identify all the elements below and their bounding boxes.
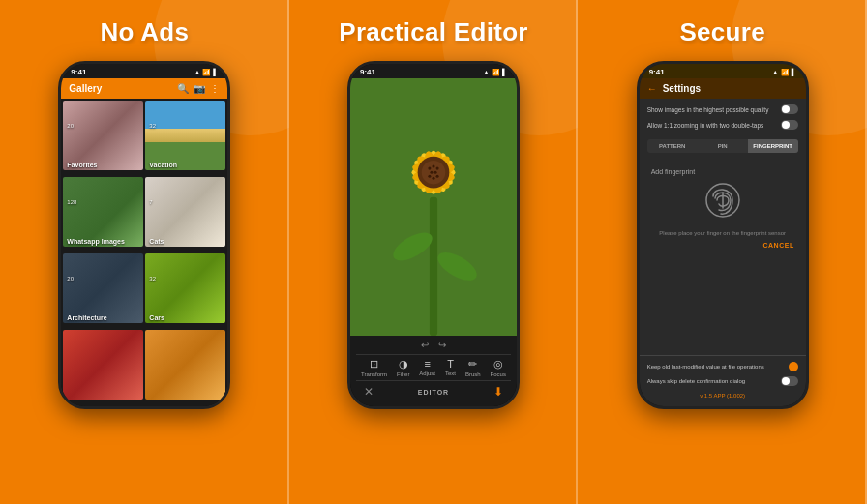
adjust-label: Adjust <box>419 371 435 376</box>
settings-quality-toggle[interactable] <box>781 104 798 114</box>
panel-title-no-ads: No Ads <box>100 17 189 47</box>
camera-icon[interactable]: 📷 <box>194 83 205 94</box>
auth-tab-pattern[interactable]: PATTERN <box>647 139 698 153</box>
settings-row-quality: Show images in the highest possible qual… <box>647 104 798 114</box>
settings-modified-text: Keep old last-modified value at file ope… <box>647 364 789 370</box>
sunflower-image <box>350 78 517 336</box>
editor-tool-filter[interactable]: ◑ Filter <box>397 358 409 377</box>
gallery-item-label-vacation: Vacation <box>149 162 177 168</box>
svg-point-23 <box>428 175 431 178</box>
phone-editor: 9:41 ▲ 📶 ▌ <box>347 61 520 409</box>
battery-icon: ▌ <box>213 69 218 75</box>
wifi-icon-editor: ▲ <box>483 69 490 75</box>
filter-label: Filter <box>397 371 409 377</box>
gallery-grid: Favorites 20 Vacation 32 Whatsapp Images… <box>61 99 227 406</box>
save-editor-icon[interactable]: ⬇ <box>493 385 503 399</box>
status-icons-settings: ▲ 📶 ▌ <box>772 69 796 76</box>
editor-tool-focus[interactable]: ◎ Focus <box>491 358 506 377</box>
status-bar-settings: 9:41 ▲ 📶 ▌ <box>640 64 806 78</box>
gallery-item-art1[interactable] <box>63 330 143 400</box>
gallery-item-count-cats: 7 <box>149 199 152 205</box>
editor-image-area <box>350 78 517 336</box>
focus-icon: ◎ <box>493 358 503 371</box>
svg-point-25 <box>436 175 439 178</box>
gallery-action-icons: 🔍 📷 ⋮ <box>177 83 220 94</box>
settings-bottom-row-delete: Always skip delete confirmation dialog <box>647 376 798 386</box>
status-time-editor: 9:41 <box>360 68 375 76</box>
editor-tool-brush[interactable]: ✏ Brush <box>465 358 481 377</box>
transform-label: Transform <box>361 371 387 377</box>
editor-screen: 9:41 ▲ 📶 ▌ <box>350 64 517 406</box>
gallery-item-architecture[interactable]: Architecture 20 <box>63 253 143 323</box>
menu-icon[interactable]: ⋮ <box>210 83 220 94</box>
transform-icon: ⊡ <box>370 358 378 371</box>
settings-back-icon[interactable]: ← <box>647 83 657 94</box>
settings-screen: 9:41 ▲ 📶 ▌ ← Settings Show images in the… <box>640 64 806 406</box>
search-icon[interactable]: 🔍 <box>177 83 189 94</box>
settings-app-title: Settings <box>663 83 701 94</box>
cancel-button[interactable]: CANCEL <box>763 242 794 249</box>
gallery-item-count-whatsapp: 128 <box>67 199 76 205</box>
no-ads-panel: No Ads 9:41 ▲ 📶 ▌ Gallery 🔍 📷 ⋮ <box>0 0 289 504</box>
svg-point-18 <box>428 167 431 170</box>
editor-bottom-label: EDITOR <box>418 389 449 396</box>
gallery-item-label-architecture: Architecture <box>67 314 106 321</box>
battery-icon-settings: ▌ <box>792 69 796 75</box>
secure-panel: Secure 9:41 ▲ 📶 ▌ ← Settings Show images… <box>578 0 867 504</box>
settings-quality-text: Show images in the highest possible qual… <box>647 106 781 113</box>
editor-tool-adjust[interactable]: ≡ Adjust <box>419 358 435 377</box>
svg-point-19 <box>432 165 434 168</box>
settings-content: Show images in the highest possible qual… <box>640 99 806 353</box>
gallery-item-count-favorites: 20 <box>67 123 74 129</box>
editor-panel: Practical Editor 9:41 ▲ 📶 ▌ <box>289 0 579 504</box>
svg-point-17 <box>422 161 446 185</box>
gallery-item-cars[interactable]: Cars 32 <box>145 253 225 323</box>
editor-tool-text[interactable]: T Text <box>445 358 456 377</box>
gallery-item-label-cars: Cars <box>149 314 164 321</box>
redo-icon[interactable]: ↪ <box>438 340 446 350</box>
brush-icon: ✏ <box>468 358 477 371</box>
gallery-item-cats[interactable]: Cats 7 <box>145 177 225 247</box>
status-icons-editor: ▲ 📶 ▌ <box>483 69 507 76</box>
status-bar-editor: 9:41 ▲ 📶 ▌ <box>350 64 517 78</box>
gallery-item-whatsapp[interactable]: Whatsapp Images 128 <box>63 177 143 247</box>
text-icon: T <box>447 358 454 370</box>
gallery-item-count-cars: 32 <box>149 276 156 282</box>
adjust-icon: ≡ <box>424 358 430 370</box>
signal-icon-editor: 📶 <box>492 69 500 76</box>
settings-zoom-text: Allow 1:1 zooming in with two double-tap… <box>647 122 781 129</box>
gallery-item-label-favorites: Favorites <box>67 162 97 168</box>
focus-label: Focus <box>491 371 506 377</box>
version-text: v 1.5 APP (1.002) <box>647 391 798 400</box>
gallery-item-favorites[interactable]: Favorites 20 <box>63 101 143 170</box>
status-time-gallery: 9:41 <box>71 68 86 76</box>
svg-point-24 <box>432 177 434 180</box>
settings-modified-dot[interactable] <box>789 362 798 371</box>
editor-tool-transform[interactable]: ⊡ Transform <box>361 358 387 377</box>
editor-controls: ↩ ↪ ⊡ Transform ◑ Filter ≡ Adjust <box>350 336 517 406</box>
settings-toolbar: ← Settings <box>640 78 806 99</box>
gallery-item-count-vacation: 32 <box>149 123 156 129</box>
wifi-icon-settings: ▲ <box>772 69 779 75</box>
svg-point-22 <box>434 171 437 174</box>
auth-tab-pin[interactable]: PIN <box>698 139 748 153</box>
auth-tab-fingerprint[interactable]: FINGERPRINT <box>748 139 798 153</box>
gallery-screen: 9:41 ▲ 📶 ▌ Gallery 🔍 📷 ⋮ Favorites 2 <box>61 64 227 406</box>
fingerprint-section: Add fingerprint Please place your finger… <box>647 163 798 254</box>
gallery-item-label-whatsapp: Whatsapp Images <box>67 238 125 245</box>
gallery-toolbar: Gallery 🔍 📷 ⋮ <box>61 78 227 99</box>
add-fingerprint-label: Add fingerprint <box>651 168 696 175</box>
close-editor-icon[interactable]: ✕ <box>364 385 374 399</box>
wifi-icon: ▲ <box>194 69 200 75</box>
settings-zoom-toggle[interactable] <box>781 120 798 130</box>
gallery-item-vacation[interactable]: Vacation 32 <box>145 101 225 170</box>
undo-icon[interactable]: ↩ <box>421 340 429 350</box>
settings-delete-toggle[interactable] <box>781 376 798 386</box>
filter-icon: ◑ <box>399 358 408 371</box>
settings-delete-text: Always skip delete confirmation dialog <box>647 378 781 384</box>
signal-icon: 📶 <box>202 69 211 76</box>
battery-icon-editor: ▌ <box>502 69 507 75</box>
svg-rect-1 <box>430 197 437 336</box>
gallery-item-art2[interactable] <box>145 330 225 400</box>
svg-point-20 <box>436 167 439 170</box>
